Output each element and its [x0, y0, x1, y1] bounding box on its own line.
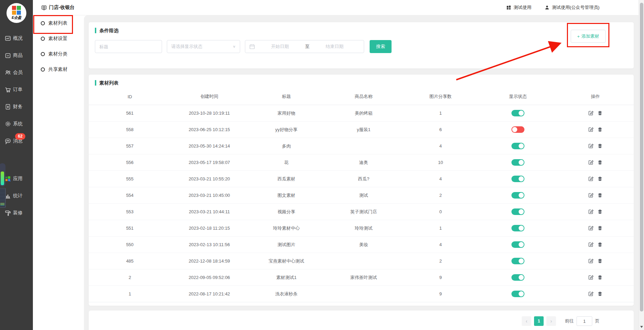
col-created: 创建时间 [171, 93, 248, 100]
cell-shares: 2 [402, 193, 479, 198]
title-filter-input[interactable] [95, 40, 162, 53]
edit-icon[interactable] [588, 291, 594, 297]
goods-icon [4, 52, 11, 59]
date-range-picker[interactable]: 开始日期 至 结束日期 [245, 40, 364, 53]
submenu-item-shared-material[interactable]: 共享素材 [33, 62, 84, 77]
cell-actions [557, 209, 634, 215]
scrollbar-thumb[interactable] [640, 3, 643, 312]
submenu-item-material-settings[interactable]: 素材设置 [33, 31, 84, 46]
cell-product: 西瓜? [325, 176, 402, 182]
cell-created: 2023-03-21 10:55:20 [171, 176, 248, 181]
edit-icon[interactable] [588, 160, 594, 165]
status-toggle[interactable] [511, 225, 524, 231]
sidebar-item-goods[interactable]: 商品 [0, 47, 33, 64]
goto-page-input[interactable] [577, 316, 592, 326]
add-material-button[interactable]: + 添加素材 [571, 30, 606, 43]
edit-icon[interactable] [588, 209, 594, 215]
brand-logo[interactable]: E企盈 [7, 3, 26, 23]
sidebar-item-finance[interactable]: 财务 [0, 98, 33, 115]
sidebar-item-overview[interactable]: 概况 [0, 30, 33, 47]
edit-icon[interactable] [588, 192, 594, 198]
cell-status [479, 225, 557, 231]
submenu-item-material-list[interactable]: 素材列表 [33, 15, 84, 31]
status-toggle[interactable] [511, 110, 524, 116]
scroll-widget-gradient[interactable] [0, 163, 5, 187]
cell-title: yy好物分享 [248, 127, 325, 133]
scroll-down-arrow-icon[interactable] [640, 326, 643, 328]
status-toggle[interactable] [511, 192, 524, 199]
calendar-icon [249, 44, 255, 49]
table-section-title: 素材列表 [95, 80, 634, 86]
delete-icon[interactable] [597, 127, 603, 132]
cell-id: 558 [89, 127, 171, 132]
delete-icon[interactable] [597, 192, 603, 198]
status-toggle[interactable] [511, 208, 524, 215]
delete-icon[interactable] [597, 225, 603, 231]
sidebar-item-orders[interactable]: 订单 [0, 81, 33, 98]
submenu-item-material-category[interactable]: 素材分类 [33, 46, 84, 62]
cell-title: 宝燕素材中心测试 [248, 258, 325, 264]
scroll-widget-minimap[interactable] [0, 188, 6, 208]
end-date-placeholder[interactable]: 结束日期 [310, 43, 360, 50]
orders-icon [4, 86, 11, 93]
finance-icon [4, 103, 11, 110]
sidebar-item-messages[interactable]: 消息 62 [0, 132, 33, 150]
page-unit-label: 页 [595, 318, 599, 324]
delete-icon[interactable] [597, 258, 603, 264]
delete-icon[interactable] [597, 209, 603, 215]
pagination-bar: ‹ 1 › 前往 页 [89, 310, 634, 330]
cell-product: 美的烤箱 [325, 110, 402, 116]
page-title: 门店-收银台 [41, 4, 75, 11]
account-menu[interactable]: 测试使用(公众号管理员) [544, 4, 599, 11]
cell-status [479, 258, 557, 264]
table-row: 558 2023-06-25 10:12:15 yy好物分享 y服装1 6 [89, 122, 634, 138]
delete-icon[interactable] [597, 160, 603, 165]
table-row: 555 2023-03-21 10:55:20 西瓜素材 西瓜? 4 [89, 171, 634, 187]
status-toggle[interactable] [511, 274, 524, 281]
edit-icon[interactable] [588, 275, 594, 280]
status-toggle[interactable] [511, 176, 524, 182]
filter-section-title: 条件筛选 [95, 28, 628, 33]
status-toggle[interactable] [511, 258, 524, 264]
delete-icon[interactable] [597, 291, 603, 297]
cell-title: 花 [248, 160, 325, 166]
status-select[interactable]: 请选择显示状态 ∨ [167, 40, 240, 53]
status-toggle[interactable] [511, 143, 524, 149]
current-page-button[interactable]: 1 [534, 316, 544, 326]
search-button[interactable]: 搜索 [370, 40, 392, 53]
delete-icon[interactable] [597, 143, 603, 149]
cell-created: 2022-08-17 10:21:42 [171, 291, 248, 296]
cell-actions [557, 275, 634, 280]
sidebar-item-system[interactable]: 系统 [0, 115, 33, 132]
edit-icon[interactable] [588, 143, 594, 149]
scrollbar[interactable] [639, 0, 644, 330]
status-toggle[interactable] [511, 126, 524, 133]
delete-icon[interactable] [597, 242, 603, 248]
status-toggle[interactable] [511, 159, 524, 166]
edit-icon[interactable] [588, 110, 594, 116]
cell-title: 视频分享 [248, 209, 325, 215]
edit-icon[interactable] [588, 176, 594, 182]
delete-icon[interactable] [597, 275, 603, 280]
brand-logo-text: E企盈 [12, 15, 21, 20]
edit-icon[interactable] [588, 242, 594, 248]
cell-actions [557, 291, 634, 297]
start-date-placeholder[interactable]: 开始日期 [255, 43, 305, 50]
apps-icon [4, 175, 11, 182]
next-page-button[interactable]: › [546, 316, 556, 326]
delete-icon[interactable] [597, 176, 603, 182]
prev-page-button[interactable]: ‹ [522, 316, 531, 326]
edit-icon[interactable] [588, 258, 594, 264]
delete-icon[interactable] [597, 110, 603, 116]
status-toggle[interactable] [511, 241, 524, 248]
status-toggle[interactable] [511, 291, 524, 297]
edit-icon[interactable] [588, 225, 594, 231]
cell-title: 玲玲素材中心 [248, 225, 325, 231]
edit-icon[interactable] [588, 127, 594, 132]
workspace-switcher[interactable]: 测试使用 [506, 4, 531, 11]
cell-title: 测试图片 [248, 242, 325, 248]
col-actions: 操作 [557, 93, 634, 100]
sidebar-item-members[interactable]: 会员 [0, 64, 33, 81]
cell-created: 2023-06-25 10:12:15 [171, 127, 248, 132]
main-content: 条件筛选 请选择显示状态 ∨ 开始日期 至 结束日期 搜索 [84, 15, 639, 330]
